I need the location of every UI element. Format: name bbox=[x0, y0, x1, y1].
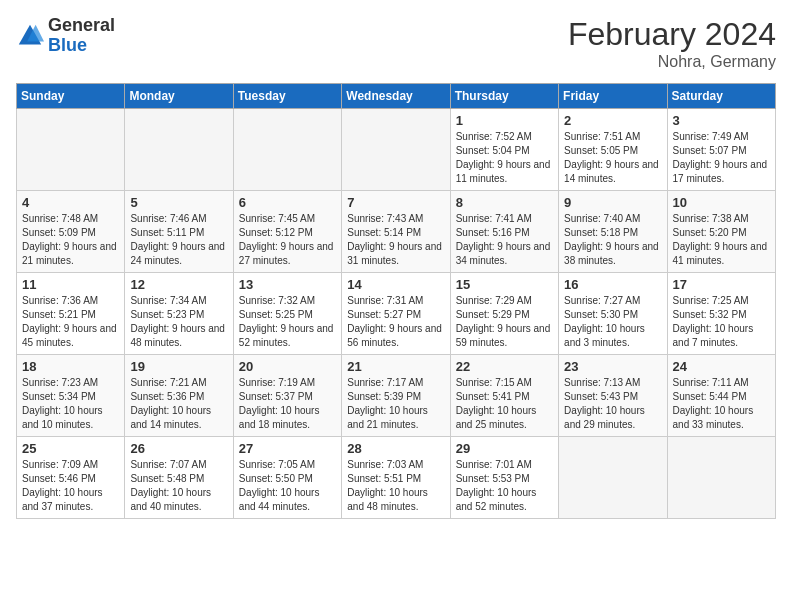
calendar-cell: 16Sunrise: 7:27 AMSunset: 5:30 PMDayligh… bbox=[559, 273, 667, 355]
day-number: 13 bbox=[239, 277, 336, 292]
calendar-cell: 17Sunrise: 7:25 AMSunset: 5:32 PMDayligh… bbox=[667, 273, 775, 355]
day-info: Sunrise: 7:51 AMSunset: 5:05 PMDaylight:… bbox=[564, 130, 661, 186]
day-number: 15 bbox=[456, 277, 553, 292]
calendar-cell bbox=[342, 109, 450, 191]
calendar-week-row: 4Sunrise: 7:48 AMSunset: 5:09 PMDaylight… bbox=[17, 191, 776, 273]
day-number: 17 bbox=[673, 277, 770, 292]
day-number: 2 bbox=[564, 113, 661, 128]
day-info: Sunrise: 7:38 AMSunset: 5:20 PMDaylight:… bbox=[673, 212, 770, 268]
title-block: February 2024 Nohra, Germany bbox=[568, 16, 776, 71]
day-number: 28 bbox=[347, 441, 444, 456]
day-number: 10 bbox=[673, 195, 770, 210]
day-info: Sunrise: 7:03 AMSunset: 5:51 PMDaylight:… bbox=[347, 458, 444, 514]
day-info: Sunrise: 7:01 AMSunset: 5:53 PMDaylight:… bbox=[456, 458, 553, 514]
calendar-cell: 19Sunrise: 7:21 AMSunset: 5:36 PMDayligh… bbox=[125, 355, 233, 437]
day-info: Sunrise: 7:36 AMSunset: 5:21 PMDaylight:… bbox=[22, 294, 119, 350]
day-info: Sunrise: 7:41 AMSunset: 5:16 PMDaylight:… bbox=[456, 212, 553, 268]
day-number: 11 bbox=[22, 277, 119, 292]
day-number: 3 bbox=[673, 113, 770, 128]
day-info: Sunrise: 7:15 AMSunset: 5:41 PMDaylight:… bbox=[456, 376, 553, 432]
day-number: 12 bbox=[130, 277, 227, 292]
day-info: Sunrise: 7:05 AMSunset: 5:50 PMDaylight:… bbox=[239, 458, 336, 514]
calendar-cell: 9Sunrise: 7:40 AMSunset: 5:18 PMDaylight… bbox=[559, 191, 667, 273]
day-number: 27 bbox=[239, 441, 336, 456]
day-info: Sunrise: 7:40 AMSunset: 5:18 PMDaylight:… bbox=[564, 212, 661, 268]
calendar-cell: 22Sunrise: 7:15 AMSunset: 5:41 PMDayligh… bbox=[450, 355, 558, 437]
calendar-cell: 21Sunrise: 7:17 AMSunset: 5:39 PMDayligh… bbox=[342, 355, 450, 437]
calendar-cell bbox=[667, 437, 775, 519]
calendar-cell: 4Sunrise: 7:48 AMSunset: 5:09 PMDaylight… bbox=[17, 191, 125, 273]
day-info: Sunrise: 7:49 AMSunset: 5:07 PMDaylight:… bbox=[673, 130, 770, 186]
day-number: 8 bbox=[456, 195, 553, 210]
month-title: February 2024 bbox=[568, 16, 776, 53]
day-number: 25 bbox=[22, 441, 119, 456]
day-info: Sunrise: 7:21 AMSunset: 5:36 PMDaylight:… bbox=[130, 376, 227, 432]
day-number: 1 bbox=[456, 113, 553, 128]
day-info: Sunrise: 7:48 AMSunset: 5:09 PMDaylight:… bbox=[22, 212, 119, 268]
day-info: Sunrise: 7:46 AMSunset: 5:11 PMDaylight:… bbox=[130, 212, 227, 268]
page-header: General Blue February 2024 Nohra, German… bbox=[16, 16, 776, 71]
calendar-cell: 5Sunrise: 7:46 AMSunset: 5:11 PMDaylight… bbox=[125, 191, 233, 273]
logo: General Blue bbox=[16, 16, 115, 56]
day-info: Sunrise: 7:34 AMSunset: 5:23 PMDaylight:… bbox=[130, 294, 227, 350]
calendar-cell: 2Sunrise: 7:51 AMSunset: 5:05 PMDaylight… bbox=[559, 109, 667, 191]
day-info: Sunrise: 7:27 AMSunset: 5:30 PMDaylight:… bbox=[564, 294, 661, 350]
weekday-header-row: SundayMondayTuesdayWednesdayThursdayFrid… bbox=[17, 84, 776, 109]
day-info: Sunrise: 7:09 AMSunset: 5:46 PMDaylight:… bbox=[22, 458, 119, 514]
day-number: 18 bbox=[22, 359, 119, 374]
calendar-cell: 18Sunrise: 7:23 AMSunset: 5:34 PMDayligh… bbox=[17, 355, 125, 437]
calendar-cell: 12Sunrise: 7:34 AMSunset: 5:23 PMDayligh… bbox=[125, 273, 233, 355]
day-info: Sunrise: 7:43 AMSunset: 5:14 PMDaylight:… bbox=[347, 212, 444, 268]
day-info: Sunrise: 7:19 AMSunset: 5:37 PMDaylight:… bbox=[239, 376, 336, 432]
day-number: 21 bbox=[347, 359, 444, 374]
weekday-header: Wednesday bbox=[342, 84, 450, 109]
calendar-cell: 6Sunrise: 7:45 AMSunset: 5:12 PMDaylight… bbox=[233, 191, 341, 273]
day-number: 19 bbox=[130, 359, 227, 374]
calendar-cell: 20Sunrise: 7:19 AMSunset: 5:37 PMDayligh… bbox=[233, 355, 341, 437]
day-number: 9 bbox=[564, 195, 661, 210]
calendar-cell bbox=[233, 109, 341, 191]
weekday-header: Friday bbox=[559, 84, 667, 109]
day-number: 14 bbox=[347, 277, 444, 292]
logo-icon bbox=[16, 22, 44, 50]
calendar-cell bbox=[125, 109, 233, 191]
calendar-week-row: 11Sunrise: 7:36 AMSunset: 5:21 PMDayligh… bbox=[17, 273, 776, 355]
day-number: 16 bbox=[564, 277, 661, 292]
location: Nohra, Germany bbox=[568, 53, 776, 71]
day-info: Sunrise: 7:32 AMSunset: 5:25 PMDaylight:… bbox=[239, 294, 336, 350]
logo-general: General bbox=[48, 15, 115, 35]
calendar-cell: 14Sunrise: 7:31 AMSunset: 5:27 PMDayligh… bbox=[342, 273, 450, 355]
calendar-week-row: 1Sunrise: 7:52 AMSunset: 5:04 PMDaylight… bbox=[17, 109, 776, 191]
calendar-cell: 26Sunrise: 7:07 AMSunset: 5:48 PMDayligh… bbox=[125, 437, 233, 519]
calendar-table: SundayMondayTuesdayWednesdayThursdayFrid… bbox=[16, 83, 776, 519]
day-number: 4 bbox=[22, 195, 119, 210]
day-number: 22 bbox=[456, 359, 553, 374]
calendar-cell: 7Sunrise: 7:43 AMSunset: 5:14 PMDaylight… bbox=[342, 191, 450, 273]
day-info: Sunrise: 7:29 AMSunset: 5:29 PMDaylight:… bbox=[456, 294, 553, 350]
calendar-cell: 15Sunrise: 7:29 AMSunset: 5:29 PMDayligh… bbox=[450, 273, 558, 355]
day-info: Sunrise: 7:07 AMSunset: 5:48 PMDaylight:… bbox=[130, 458, 227, 514]
day-number: 20 bbox=[239, 359, 336, 374]
calendar-week-row: 25Sunrise: 7:09 AMSunset: 5:46 PMDayligh… bbox=[17, 437, 776, 519]
day-number: 5 bbox=[130, 195, 227, 210]
calendar-cell: 1Sunrise: 7:52 AMSunset: 5:04 PMDaylight… bbox=[450, 109, 558, 191]
logo-text: General Blue bbox=[48, 16, 115, 56]
weekday-header: Tuesday bbox=[233, 84, 341, 109]
calendar-week-row: 18Sunrise: 7:23 AMSunset: 5:34 PMDayligh… bbox=[17, 355, 776, 437]
day-number: 29 bbox=[456, 441, 553, 456]
day-info: Sunrise: 7:13 AMSunset: 5:43 PMDaylight:… bbox=[564, 376, 661, 432]
day-info: Sunrise: 7:17 AMSunset: 5:39 PMDaylight:… bbox=[347, 376, 444, 432]
day-info: Sunrise: 7:31 AMSunset: 5:27 PMDaylight:… bbox=[347, 294, 444, 350]
weekday-header: Monday bbox=[125, 84, 233, 109]
day-number: 6 bbox=[239, 195, 336, 210]
calendar-cell: 23Sunrise: 7:13 AMSunset: 5:43 PMDayligh… bbox=[559, 355, 667, 437]
calendar-cell: 28Sunrise: 7:03 AMSunset: 5:51 PMDayligh… bbox=[342, 437, 450, 519]
calendar-cell: 13Sunrise: 7:32 AMSunset: 5:25 PMDayligh… bbox=[233, 273, 341, 355]
calendar-cell: 24Sunrise: 7:11 AMSunset: 5:44 PMDayligh… bbox=[667, 355, 775, 437]
day-info: Sunrise: 7:25 AMSunset: 5:32 PMDaylight:… bbox=[673, 294, 770, 350]
weekday-header: Sunday bbox=[17, 84, 125, 109]
calendar-cell bbox=[559, 437, 667, 519]
day-number: 24 bbox=[673, 359, 770, 374]
day-number: 7 bbox=[347, 195, 444, 210]
calendar-cell: 25Sunrise: 7:09 AMSunset: 5:46 PMDayligh… bbox=[17, 437, 125, 519]
